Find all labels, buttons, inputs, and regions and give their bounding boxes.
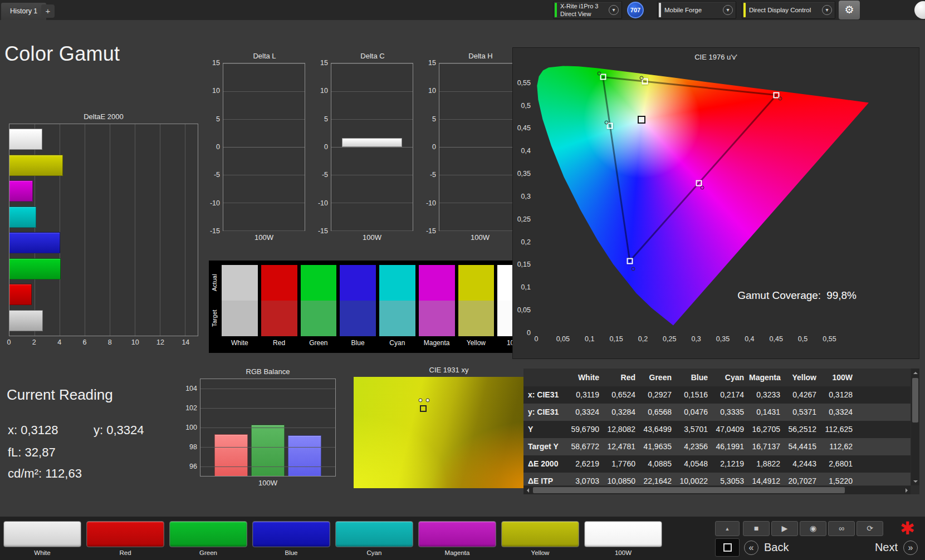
- target-marker-icon: [696, 180, 702, 186]
- settings-gear-icon[interactable]: ⚙: [839, 1, 860, 19]
- pattern-window-button[interactable]: [715, 538, 740, 557]
- column-header-white: White: [568, 369, 604, 386]
- axis-tick-label: 10: [428, 87, 436, 95]
- notification-asterisk-icon[interactable]: ✱: [900, 518, 915, 539]
- scrollbar-thumb[interactable]: [912, 378, 918, 423]
- next-button[interactable]: Next »: [831, 538, 918, 557]
- pattern-button-blue[interactable]: [252, 521, 330, 547]
- delta-c-plot: [331, 63, 413, 231]
- deltae-bar-white: [9, 129, 42, 150]
- grid-line: [439, 91, 521, 92]
- grid-line: [439, 147, 521, 148]
- grid-line: [331, 230, 413, 231]
- table-cell: 0,3335: [713, 404, 749, 421]
- table-cell: 112,62: [821, 438, 858, 455]
- table-row-e-2000: ΔE 20002,62191,77604,08854,05482,12191,8…: [523, 455, 911, 473]
- table-cell: 0,6568: [640, 404, 677, 421]
- table-cell: 10,0022: [677, 473, 713, 485]
- table-cell: 0,3284: [604, 404, 640, 421]
- measure-button[interactable]: ◉: [800, 521, 826, 536]
- measured-marker-icon: [597, 71, 601, 75]
- pattern-button-yellow[interactable]: [501, 521, 579, 547]
- axis-tick-label: -15: [426, 227, 436, 235]
- pattern-label: Red: [86, 549, 164, 556]
- table-row-x-cie31: x: CIE310,31190,65240,29270,15160,21740,…: [523, 386, 911, 404]
- horizontal-scrollbar[interactable]: [523, 486, 911, 494]
- scroll-left-icon[interactable]: [523, 486, 532, 494]
- table-cell: 0,3119: [568, 386, 604, 404]
- scrollbar-thumb[interactable]: [533, 487, 845, 493]
- history-tab[interactable]: History 1: [1, 3, 46, 20]
- stop-button[interactable]: ■: [743, 521, 770, 536]
- table-cell: 58,6772: [568, 438, 604, 455]
- port-badge[interactable]: 707: [627, 2, 644, 18]
- scroll-up-icon[interactable]: [911, 369, 919, 377]
- axis-tick-label: 100: [185, 424, 197, 431]
- meter-dropdown[interactable]: X-Rite i1Pro 3 Direct View ▾: [553, 1, 622, 19]
- axis-tick-label: 0: [7, 338, 11, 346]
- measured-marker-icon: [605, 121, 609, 125]
- grid-line: [223, 175, 305, 175]
- pattern-button-white[interactable]: [3, 521, 81, 547]
- cie1931-plot: [354, 377, 544, 488]
- pattern-button-red[interactable]: [86, 521, 164, 547]
- display-control-label: Direct Display Control: [747, 6, 822, 14]
- target-swatch: [379, 301, 415, 336]
- grid-line: [331, 203, 413, 203]
- scroll-down-icon[interactable]: [911, 477, 919, 485]
- display-status-indicator: [743, 3, 746, 17]
- axis-tick-label: 10: [131, 338, 139, 346]
- table-cell: 43,6499: [640, 421, 677, 438]
- chevron-down-icon[interactable]: ▾: [822, 5, 832, 15]
- vertical-scrollbar[interactable]: [911, 369, 919, 485]
- table-cell: 0,2174: [713, 386, 749, 404]
- pattern-button-cyan[interactable]: [335, 521, 413, 547]
- pattern-button-100w[interactable]: [584, 521, 662, 547]
- swatch-column-yellow: Yellow: [458, 265, 495, 352]
- table-row-y-cie31: y: CIE310,33240,32840,65680,04760,33350,…: [523, 404, 911, 421]
- reading-fl: fL: 32,87: [8, 445, 56, 460]
- delta-l-y-axis: 151050-5-10-15: [207, 63, 223, 231]
- source-dropdown-label: Mobile Forge: [662, 6, 723, 14]
- measurement-table-body: WhiteRedGreenBlueCyanMagentaYellow100Wx:…: [523, 369, 911, 485]
- axis-tick-label: 96: [189, 463, 197, 470]
- pattern-label: Yellow: [501, 549, 579, 556]
- source-dropdown[interactable]: Mobile Forge ▾: [657, 1, 736, 19]
- scroll-right-icon[interactable]: [902, 486, 911, 494]
- cie1976-title: CIE 1976 u'v': [513, 53, 919, 61]
- axis-tick-label: 0,55: [517, 79, 531, 87]
- axis-tick-label: 0,05: [517, 306, 531, 314]
- pattern-item-red: Red: [86, 521, 164, 556]
- back-button[interactable]: « Back: [744, 538, 826, 557]
- collapse-panel-button[interactable]: ▲: [715, 521, 740, 536]
- chevron-down-icon[interactable]: ▾: [723, 5, 733, 15]
- deltae-x-axis: 02468101214: [9, 338, 198, 348]
- axis-tick-label: 5: [324, 115, 328, 123]
- deltae-plot: [9, 124, 198, 336]
- axis-tick-label: 2: [32, 338, 36, 346]
- app-logo-icon[interactable]: [914, 1, 925, 19]
- refresh-button[interactable]: ⟳: [857, 521, 883, 536]
- axis-tick-label: 12: [156, 338, 164, 346]
- add-tab-button[interactable]: +: [41, 4, 55, 18]
- delta-charts-row: Delta L151050-5-10-15100WDelta C151050-5…: [207, 52, 522, 242]
- table-cell: 0,1431: [749, 404, 785, 421]
- pattern-window-icon: [723, 543, 732, 552]
- cie1976-plot: Gamut Coverage:99,8%: [536, 65, 909, 333]
- chevron-down-icon[interactable]: ▾: [609, 5, 619, 15]
- pattern-button-magenta[interactable]: [418, 521, 496, 547]
- table-cell: 54,4415: [785, 438, 821, 455]
- axis-tick-label: 104: [185, 385, 197, 392]
- table-cell: 5,3053: [713, 473, 749, 485]
- actual-swatch: [261, 265, 297, 301]
- pattern-button-green[interactable]: [169, 521, 247, 547]
- play-button[interactable]: ▶: [771, 521, 798, 536]
- axis-tick-label: 0,5: [798, 335, 807, 343]
- swatch-label: White: [222, 339, 258, 347]
- table-cell: 0,2927: [640, 386, 677, 404]
- deltae-bar-blue: [9, 232, 60, 253]
- table-cell: 0,4267: [785, 386, 821, 404]
- continuous-button[interactable]: ∞: [828, 521, 855, 536]
- grid-line: [331, 175, 413, 175]
- display-control-dropdown[interactable]: Direct Display Control ▾: [742, 1, 835, 19]
